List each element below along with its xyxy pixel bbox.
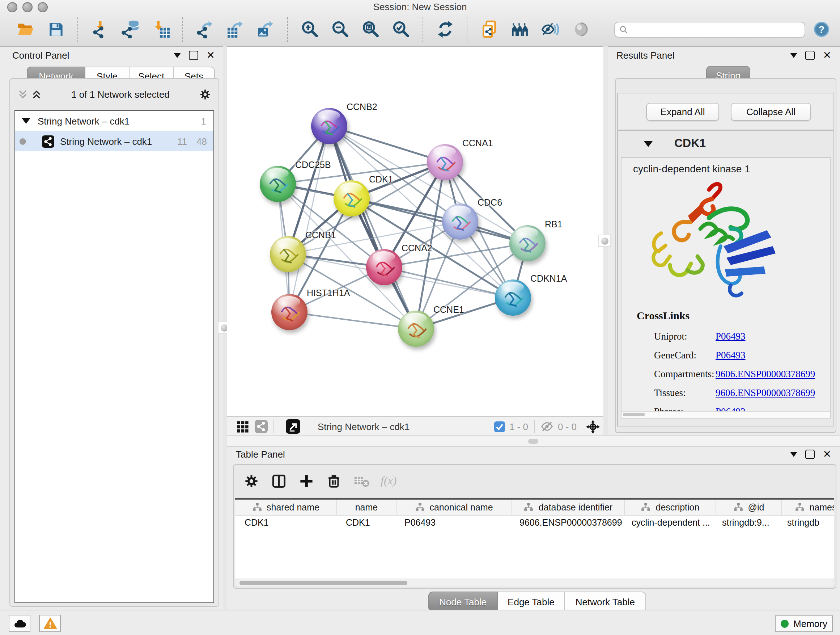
delete-column-trash-icon[interactable] bbox=[325, 472, 342, 489]
table-toolbar: f(x) bbox=[234, 465, 836, 497]
network-canvas[interactable]: CCNB2 CCNA1 CDC25B CDK1 CDC6 RB1 bbox=[227, 47, 603, 416]
float-panel-icon[interactable] bbox=[806, 449, 815, 459]
control-panel-title: Control Panel bbox=[12, 50, 69, 60]
save-icon[interactable] bbox=[46, 19, 66, 40]
network-row[interactable]: String Network – cdk1 11 48 bbox=[15, 131, 213, 151]
node-CCNE1[interactable] bbox=[398, 310, 434, 347]
column-header-namespace[interactable]: namespace bbox=[782, 500, 834, 515]
export-image-icon[interactable] bbox=[256, 19, 276, 40]
hide-eye-icon[interactable] bbox=[540, 19, 560, 40]
zoom-fit-icon[interactable] bbox=[360, 19, 381, 40]
title-bar[interactable]: Session: New Session bbox=[0, 0, 840, 13]
column-header-description[interactable]: description bbox=[625, 500, 716, 515]
selected-checkbox-icon[interactable] bbox=[494, 421, 505, 432]
collection-expander-icon[interactable] bbox=[22, 118, 30, 124]
node-HIST1H1A[interactable] bbox=[271, 294, 308, 330]
float-panel-icon[interactable] bbox=[806, 50, 815, 60]
horizontal-splitter-handle[interactable] bbox=[528, 439, 538, 444]
tab-node-table[interactable]: Node Table bbox=[428, 592, 497, 612]
panel-menu-icon[interactable] bbox=[174, 52, 181, 57]
panel-menu-icon[interactable] bbox=[790, 451, 798, 456]
network-collection-row[interactable]: String Network – cdk1 1 bbox=[15, 111, 213, 131]
memory-button[interactable]: Memory bbox=[775, 616, 833, 632]
column-header-name[interactable]: name bbox=[337, 500, 396, 515]
float-panel-icon[interactable] bbox=[189, 50, 199, 60]
import-network-icon[interactable] bbox=[90, 19, 110, 40]
add-column-icon[interactable] bbox=[298, 472, 315, 489]
scrollbar-thumb[interactable] bbox=[240, 581, 407, 585]
column-header-id[interactable]: @id bbox=[716, 500, 782, 515]
houses-icon[interactable] bbox=[509, 19, 530, 40]
node-CCNA1[interactable] bbox=[427, 144, 463, 180]
close-panel-icon[interactable]: ✕ bbox=[823, 449, 831, 459]
warnings-button[interactable] bbox=[39, 615, 61, 632]
table-cell[interactable]: stringdb:9... bbox=[713, 516, 778, 529]
edge-HIST1H1A-CCNE1 bbox=[289, 312, 416, 329]
open-icon[interactable] bbox=[15, 19, 35, 40]
table-horizontal-scrollbar[interactable] bbox=[235, 579, 834, 586]
node-result-header[interactable]: CDK1 bbox=[618, 131, 834, 157]
node-CDKN1A[interactable] bbox=[495, 279, 531, 316]
help-icon[interactable]: ? bbox=[813, 21, 830, 38]
node-label-CCNE1: CCNE1 bbox=[433, 305, 464, 315]
zoom-out-icon[interactable] bbox=[330, 19, 350, 40]
column-label: name bbox=[355, 502, 378, 512]
collapse-all-button[interactable]: Collapse All bbox=[731, 103, 811, 121]
table-cell[interactable]: P06493 bbox=[395, 516, 510, 529]
network-options-gear-icon[interactable] bbox=[199, 88, 211, 101]
refresh-icon[interactable] bbox=[435, 19, 455, 40]
crosslink-link[interactable]: P06493 bbox=[715, 331, 745, 342]
close-panel-icon[interactable]: ✕ bbox=[823, 50, 831, 60]
export-table-icon[interactable] bbox=[225, 19, 245, 40]
node-RB1[interactable] bbox=[509, 225, 546, 261]
tab-network-table[interactable]: Network Table bbox=[565, 592, 646, 612]
fit-content-crosshair-icon[interactable] bbox=[586, 420, 600, 433]
import-table-icon[interactable] bbox=[150, 19, 171, 40]
network-share-icon[interactable] bbox=[255, 420, 268, 433]
show-columns-icon[interactable] bbox=[271, 472, 287, 489]
node-CCNB2[interactable] bbox=[311, 108, 347, 144]
crosslink-link[interactable]: P06493 bbox=[715, 350, 745, 361]
close-panel-icon[interactable]: ✕ bbox=[207, 50, 215, 60]
table-options-gear-icon[interactable] bbox=[243, 472, 260, 489]
cloud-button[interactable] bbox=[9, 615, 30, 632]
hidden-eye-icon[interactable] bbox=[540, 420, 554, 433]
node-CCNB1[interactable] bbox=[270, 236, 306, 272]
node-result-body: cyclin-dependent kinase 1 bbox=[621, 157, 831, 418]
collapse-section-icon[interactable] bbox=[644, 141, 653, 147]
birds-eye-view-icon[interactable] bbox=[286, 419, 300, 434]
search-input[interactable] bbox=[632, 24, 800, 35]
node-description: cyclin-dependent kinase 1 bbox=[633, 163, 750, 174]
results-horizontal-scrollbar[interactable] bbox=[622, 411, 830, 418]
table-cell[interactable]: cyclin-dependent ... bbox=[622, 516, 713, 529]
import-database-icon[interactable] bbox=[120, 19, 141, 40]
grid-view-icon[interactable] bbox=[237, 420, 249, 432]
crosslink-link[interactable]: 9606.ENSP00000378699 bbox=[715, 369, 815, 380]
collapse-all-icon[interactable] bbox=[17, 89, 28, 100]
export-network-icon[interactable] bbox=[195, 19, 215, 40]
search-box[interactable] bbox=[614, 21, 805, 37]
crosslink-link[interactable]: 9606.ENSP00000378699 bbox=[715, 387, 815, 399]
zoom-in-icon[interactable] bbox=[300, 19, 320, 40]
network-status-bar: String Network – cdk1 1 - 0 0 - 0 bbox=[227, 416, 603, 436]
expand-all-icon[interactable] bbox=[31, 89, 42, 100]
table-cell[interactable]: stringdb bbox=[778, 516, 834, 529]
table-cell[interactable]: CDK1 bbox=[336, 516, 395, 529]
node-CCNA2[interactable] bbox=[366, 249, 402, 285]
column-header-canonicalname[interactable]: canonical name bbox=[396, 500, 512, 515]
copy-documents-icon[interactable] bbox=[479, 19, 499, 40]
expand-all-button[interactable]: Expand All bbox=[646, 103, 719, 121]
zoom-selected-icon[interactable] bbox=[391, 19, 411, 40]
table-row[interactable]: CDK1CDK1P064939606.ENSP00000378699cyclin… bbox=[235, 516, 834, 529]
table-cell[interactable]: CDK1 bbox=[235, 516, 336, 529]
toolbar-separator bbox=[287, 17, 288, 42]
table-cell[interactable]: 9606.ENSP00000378699 bbox=[510, 516, 622, 529]
column-header-sharedname[interactable]: shared name bbox=[235, 500, 337, 515]
node-CDC25B[interactable] bbox=[260, 166, 296, 202]
panel-menu-icon[interactable] bbox=[790, 52, 798, 57]
tab-edge-table[interactable]: Edge Table bbox=[497, 592, 565, 612]
column-header-databaseidentifier[interactable]: database identifier bbox=[512, 500, 625, 515]
eye-disabled-icon[interactable] bbox=[570, 19, 591, 40]
node-CDK1[interactable] bbox=[333, 180, 370, 217]
node-CDC6[interactable] bbox=[442, 203, 478, 240]
